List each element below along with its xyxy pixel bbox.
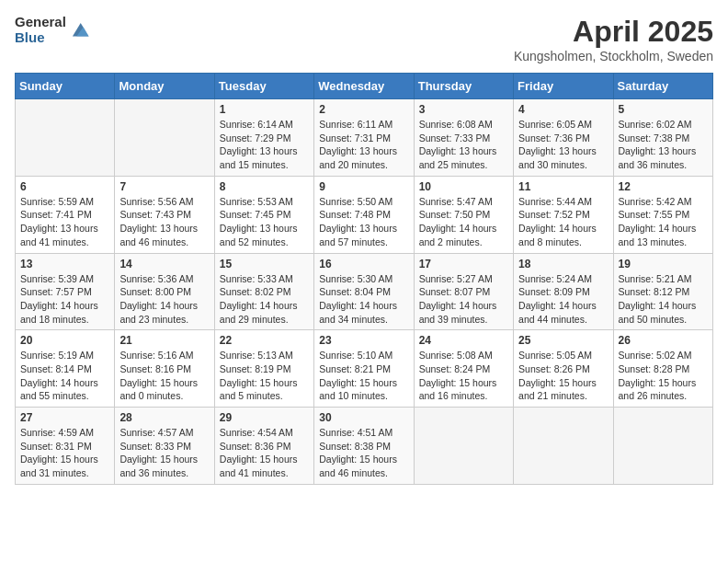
calendar-cell: 20Sunrise: 5:19 AM Sunset: 8:14 PM Dayli… xyxy=(16,330,115,408)
calendar-cell: 12Sunrise: 5:42 AM Sunset: 7:55 PM Dayli… xyxy=(613,176,712,253)
day-info: Sunrise: 5:10 AM Sunset: 8:21 PM Dayligh… xyxy=(319,349,408,403)
day-number: 17 xyxy=(419,258,508,270)
day-number: 3 xyxy=(419,103,508,116)
day-info: Sunrise: 5:05 AM Sunset: 8:26 PM Dayligh… xyxy=(518,349,608,403)
weekday-header-thursday: Thursday xyxy=(414,74,513,99)
calendar-cell: 26Sunrise: 5:02 AM Sunset: 8:28 PM Dayli… xyxy=(613,330,712,408)
day-number: 10 xyxy=(419,180,508,193)
calendar-cell: 22Sunrise: 5:13 AM Sunset: 8:19 PM Dayli… xyxy=(214,330,313,408)
calendar-cell: 25Sunrise: 5:05 AM Sunset: 8:26 PM Dayli… xyxy=(514,330,613,408)
day-info: Sunrise: 5:56 AM Sunset: 7:43 PM Dayligh… xyxy=(119,195,209,249)
day-info: Sunrise: 5:42 AM Sunset: 7:55 PM Dayligh… xyxy=(619,195,708,249)
day-info: Sunrise: 5:02 AM Sunset: 8:28 PM Dayligh… xyxy=(619,349,708,403)
day-info: Sunrise: 5:59 AM Sunset: 7:41 PM Dayligh… xyxy=(20,195,109,249)
day-number: 11 xyxy=(518,180,608,193)
calendar-cell: 27Sunrise: 4:59 AM Sunset: 8:31 PM Dayli… xyxy=(16,408,115,485)
day-number: 2 xyxy=(319,103,408,116)
calendar-cell: 4Sunrise: 6:05 AM Sunset: 7:36 PM Daylig… xyxy=(514,99,613,177)
day-number: 7 xyxy=(119,180,209,193)
day-info: Sunrise: 5:19 AM Sunset: 8:14 PM Dayligh… xyxy=(20,349,109,403)
day-info: Sunrise: 5:27 AM Sunset: 8:07 PM Dayligh… xyxy=(419,272,508,327)
calendar-cell: 21Sunrise: 5:16 AM Sunset: 8:16 PM Dayli… xyxy=(115,330,214,408)
calendar-cell: 2Sunrise: 6:11 AM Sunset: 7:31 PM Daylig… xyxy=(314,99,414,177)
calendar-cell xyxy=(414,408,513,485)
week-row-2: 6Sunrise: 5:59 AM Sunset: 7:41 PM Daylig… xyxy=(16,176,713,253)
day-info: Sunrise: 5:21 AM Sunset: 8:12 PM Dayligh… xyxy=(619,272,708,327)
day-number: 6 xyxy=(20,180,109,193)
week-row-5: 27Sunrise: 4:59 AM Sunset: 8:31 PM Dayli… xyxy=(16,408,713,485)
calendar-cell: 14Sunrise: 5:36 AM Sunset: 8:00 PM Dayli… xyxy=(115,253,214,330)
day-number: 9 xyxy=(319,180,408,193)
calendar-cell: 15Sunrise: 5:33 AM Sunset: 8:02 PM Dayli… xyxy=(214,253,313,330)
calendar-cell: 9Sunrise: 5:50 AM Sunset: 7:48 PM Daylig… xyxy=(314,176,414,253)
day-info: Sunrise: 4:54 AM Sunset: 8:36 PM Dayligh… xyxy=(220,426,309,480)
day-info: Sunrise: 5:33 AM Sunset: 8:02 PM Dayligh… xyxy=(220,272,309,327)
day-info: Sunrise: 4:57 AM Sunset: 8:33 PM Dayligh… xyxy=(119,426,209,480)
calendar-cell: 19Sunrise: 5:21 AM Sunset: 8:12 PM Dayli… xyxy=(613,253,712,330)
day-number: 28 xyxy=(119,411,209,424)
day-info: Sunrise: 6:14 AM Sunset: 7:29 PM Dayligh… xyxy=(220,118,309,172)
day-number: 1 xyxy=(220,103,309,116)
day-number: 4 xyxy=(518,103,608,116)
logo-general-text: General xyxy=(15,15,66,30)
day-number: 5 xyxy=(619,103,708,116)
day-info: Sunrise: 4:59 AM Sunset: 8:31 PM Dayligh… xyxy=(20,426,109,480)
calendar-cell xyxy=(16,99,115,177)
day-info: Sunrise: 6:02 AM Sunset: 7:38 PM Dayligh… xyxy=(619,118,708,172)
day-info: Sunrise: 5:39 AM Sunset: 7:57 PM Dayligh… xyxy=(20,272,109,327)
day-number: 8 xyxy=(220,180,309,193)
day-info: Sunrise: 5:53 AM Sunset: 7:45 PM Dayligh… xyxy=(220,195,309,249)
day-info: Sunrise: 5:50 AM Sunset: 7:48 PM Dayligh… xyxy=(319,195,408,249)
day-number: 26 xyxy=(619,334,708,347)
day-number: 14 xyxy=(119,258,209,270)
day-info: Sunrise: 5:36 AM Sunset: 8:00 PM Dayligh… xyxy=(119,272,209,327)
day-info: Sunrise: 6:11 AM Sunset: 7:31 PM Dayligh… xyxy=(319,118,408,172)
day-number: 29 xyxy=(220,411,309,424)
weekday-header-friday: Friday xyxy=(514,74,613,99)
month-title: April 2025 xyxy=(514,15,713,49)
weekday-header-monday: Monday xyxy=(115,74,214,99)
day-number: 23 xyxy=(319,334,408,347)
week-row-4: 20Sunrise: 5:19 AM Sunset: 8:14 PM Dayli… xyxy=(16,330,713,408)
day-info: Sunrise: 4:51 AM Sunset: 8:38 PM Dayligh… xyxy=(319,426,408,480)
day-number: 12 xyxy=(619,180,708,193)
weekday-header-tuesday: Tuesday xyxy=(214,74,313,99)
day-number: 25 xyxy=(518,334,608,347)
day-number: 13 xyxy=(20,258,109,270)
calendar-cell: 11Sunrise: 5:44 AM Sunset: 7:52 PM Dayli… xyxy=(514,176,613,253)
weekday-header-sunday: Sunday xyxy=(16,74,115,99)
calendar-cell: 10Sunrise: 5:47 AM Sunset: 7:50 PM Dayli… xyxy=(414,176,513,253)
week-row-3: 13Sunrise: 5:39 AM Sunset: 7:57 PM Dayli… xyxy=(16,253,713,330)
calendar-cell: 24Sunrise: 5:08 AM Sunset: 8:24 PM Dayli… xyxy=(414,330,513,408)
calendar-cell: 1Sunrise: 6:14 AM Sunset: 7:29 PM Daylig… xyxy=(214,99,313,177)
day-number: 30 xyxy=(319,411,408,424)
calendar-cell: 6Sunrise: 5:59 AM Sunset: 7:41 PM Daylig… xyxy=(16,176,115,253)
day-number: 18 xyxy=(518,258,608,270)
day-number: 16 xyxy=(319,258,408,270)
day-number: 21 xyxy=(119,334,209,347)
day-info: Sunrise: 5:16 AM Sunset: 8:16 PM Dayligh… xyxy=(119,349,209,403)
weekday-header-saturday: Saturday xyxy=(613,74,712,99)
day-info: Sunrise: 5:30 AM Sunset: 8:04 PM Dayligh… xyxy=(319,272,408,327)
calendar-cell: 7Sunrise: 5:56 AM Sunset: 7:43 PM Daylig… xyxy=(115,176,214,253)
calendar-table: SundayMondayTuesdayWednesdayThursdayFrid… xyxy=(15,73,713,485)
calendar-cell: 5Sunrise: 6:02 AM Sunset: 7:38 PM Daylig… xyxy=(613,99,712,177)
calendar-cell: 30Sunrise: 4:51 AM Sunset: 8:38 PM Dayli… xyxy=(314,408,414,485)
day-info: Sunrise: 6:05 AM Sunset: 7:36 PM Dayligh… xyxy=(518,118,608,172)
logo-icon xyxy=(70,20,90,40)
location-subtitle: Kungsholmen, Stockholm, Sweden xyxy=(514,49,713,63)
day-number: 27 xyxy=(20,411,109,424)
weekday-header-row: SundayMondayTuesdayWednesdayThursdayFrid… xyxy=(16,74,713,99)
page-header: General Blue April 2025 Kungsholmen, Sto… xyxy=(15,15,713,63)
day-info: Sunrise: 5:44 AM Sunset: 7:52 PM Dayligh… xyxy=(518,195,608,249)
logo-blue-text: Blue xyxy=(15,30,66,46)
day-info: Sunrise: 5:13 AM Sunset: 8:19 PM Dayligh… xyxy=(220,349,309,403)
title-block: April 2025 Kungsholmen, Stockholm, Swede… xyxy=(514,15,713,63)
day-number: 22 xyxy=(220,334,309,347)
calendar-cell: 8Sunrise: 5:53 AM Sunset: 7:45 PM Daylig… xyxy=(214,176,313,253)
logo: General Blue xyxy=(15,15,90,45)
calendar-cell: 17Sunrise: 5:27 AM Sunset: 8:07 PM Dayli… xyxy=(414,253,513,330)
calendar-cell: 23Sunrise: 5:10 AM Sunset: 8:21 PM Dayli… xyxy=(314,330,414,408)
day-number: 20 xyxy=(20,334,109,347)
calendar-cell xyxy=(613,408,712,485)
